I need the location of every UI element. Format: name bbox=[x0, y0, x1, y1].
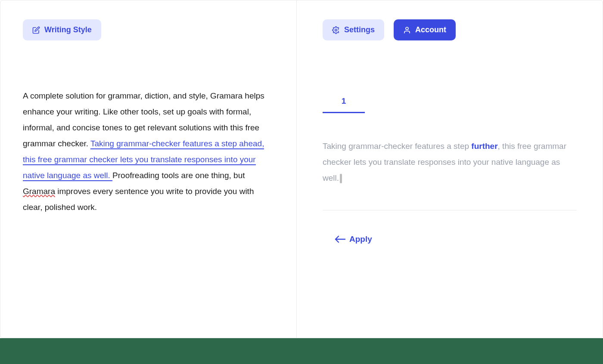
account-label: Account bbox=[415, 25, 446, 34]
writing-style-button[interactable]: Writing Style bbox=[23, 19, 101, 40]
text-cursor-icon bbox=[340, 174, 342, 183]
suggestion-text: Taking grammar-checker features a step f… bbox=[323, 138, 577, 210]
suggestion-tab-1[interactable]: 1 bbox=[323, 96, 365, 113]
apply-row: Apply bbox=[323, 234, 577, 245]
settings-label: Settings bbox=[344, 25, 375, 34]
editor-content[interactable]: A complete solution for grammar, diction… bbox=[23, 88, 274, 215]
suggestions-pane: Settings Account 1 Taking grammar-checke… bbox=[297, 0, 603, 338]
apply-button[interactable]: Apply bbox=[335, 234, 372, 244]
text-spellcheck[interactable]: Gramara bbox=[23, 187, 55, 196]
user-icon bbox=[403, 26, 411, 34]
writing-style-label: Writing Style bbox=[44, 25, 92, 34]
arrow-left-icon bbox=[335, 235, 346, 243]
footer-bar bbox=[0, 338, 603, 364]
svg-point-1 bbox=[406, 27, 408, 30]
settings-button[interactable]: Settings bbox=[323, 19, 384, 40]
right-toolbar: Settings Account bbox=[323, 19, 577, 40]
text-plain-after-2: improves every sentence you write to pro… bbox=[23, 187, 254, 212]
text-plain-after-1: Proofreading tools are one thing, but bbox=[112, 171, 245, 180]
svg-point-0 bbox=[335, 29, 337, 31]
account-button[interactable]: Account bbox=[394, 19, 456, 40]
suggestion-changed-word: further bbox=[471, 142, 497, 151]
suggestion-tabs: 1 bbox=[323, 96, 577, 113]
apply-label: Apply bbox=[349, 234, 372, 244]
editor-pane: Writing Style A complete solution for gr… bbox=[0, 0, 297, 338]
gear-icon bbox=[332, 26, 340, 34]
app-window: Writing Style A complete solution for gr… bbox=[0, 0, 603, 338]
suggestion-before: Taking grammar-checker features a step bbox=[323, 142, 471, 151]
edit-icon bbox=[32, 26, 40, 34]
